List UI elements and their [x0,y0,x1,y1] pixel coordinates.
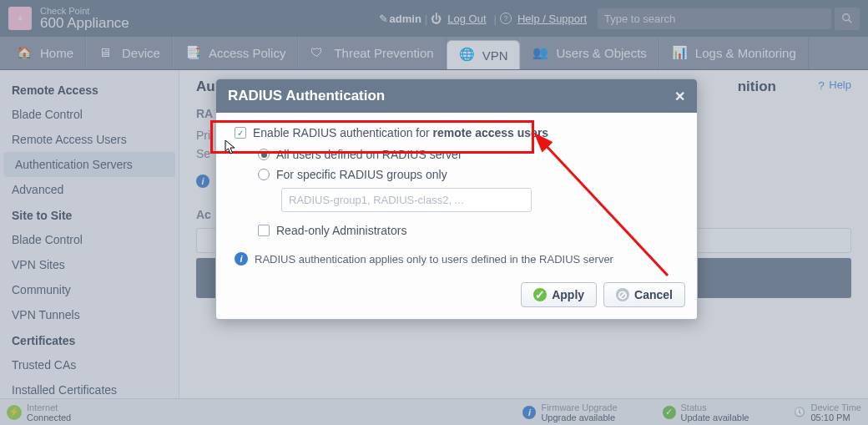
radio-all-users-label: All users defined on RADIUS server [276,148,462,161]
dialog-title: RADIUS Authentication [228,88,385,104]
radio-all-users[interactable] [258,149,270,160]
radio-specific-groups-label: For specific RADIUS groups only [276,168,447,181]
info-icon: i [235,252,248,266]
dialog-info-text: RADIUS authentication applies only to us… [255,253,613,266]
radio-specific-groups[interactable] [258,169,270,180]
enable-radius-checkbox[interactable]: ✓ [235,127,246,139]
dialog-close-button[interactable]: ✕ [674,89,685,104]
readonly-admins-label: Read-only Administrators [276,224,406,237]
dialog-title-bar: RADIUS Authentication ✕ [216,79,697,113]
apply-button[interactable]: ✓ Apply [521,282,597,307]
cancel-button[interactable]: ⊘ Cancel [603,282,685,307]
cancel-icon: ⊘ [616,288,629,301]
enable-radius-label: Enable RADIUS authentication for remote … [253,126,548,139]
radius-groups-input[interactable] [281,188,532,212]
readonly-admins-checkbox[interactable]: ✓ [258,225,270,236]
check-icon: ✓ [533,288,547,301]
radius-auth-dialog: RADIUS Authentication ✕ ✓ Enable RADIUS … [215,78,698,320]
